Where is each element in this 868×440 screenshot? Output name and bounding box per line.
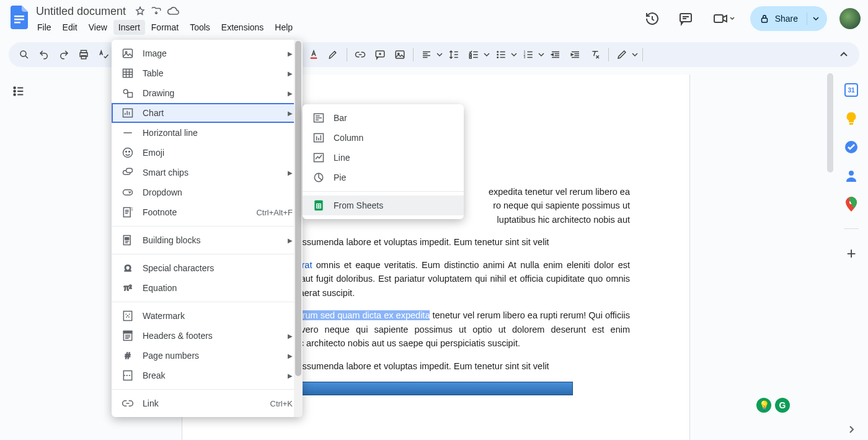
menu-scroll-thumb[interactable] [295, 41, 301, 376]
insert-item-emoji[interactable]: Emoji [112, 143, 303, 163]
svg-point-28 [14, 94, 16, 96]
bulleted-list-button[interactable] [492, 45, 510, 64]
indent-increase-button[interactable] [566, 45, 585, 64]
numbered-list-button[interactable]: 123 [519, 45, 538, 64]
menu-help[interactable]: Help [270, 20, 298, 35]
highlight-button[interactable] [324, 45, 343, 64]
star-icon[interactable] [135, 6, 146, 17]
svg-point-42 [126, 151, 127, 153]
scroll-thumb[interactable] [827, 73, 833, 173]
insert-item-equation[interactable]: π²Equation [112, 278, 303, 298]
chart-item-pie[interactable]: Pie [303, 168, 464, 187]
share-more-button[interactable] [807, 12, 825, 25]
keep-icon[interactable] [844, 112, 858, 125]
menu-extensions[interactable]: Extensions [216, 20, 268, 35]
drawing-icon [122, 87, 134, 99]
menu-file[interactable]: File [32, 20, 56, 35]
share-button[interactable]: Share [750, 6, 807, 31]
menu-item-label: Pie [334, 173, 346, 182]
editing-mode-dropdown[interactable] [631, 52, 639, 58]
grammarly-badge-1[interactable]: 💡 [756, 398, 771, 413]
chart-item-line[interactable]: Line [303, 148, 464, 168]
undo-button[interactable] [35, 45, 53, 64]
insert-item-break[interactable]: Break▶ [112, 366, 303, 385]
history-icon[interactable] [640, 6, 665, 31]
editing-mode-button[interactable] [613, 45, 631, 64]
insert-item-horizontal-line[interactable]: Horizontal line [112, 123, 303, 143]
numbered-list-dropdown[interactable] [538, 52, 545, 58]
insert-item-chart[interactable]: Chart▶ [112, 103, 303, 123]
svg-point-18 [497, 54, 498, 56]
insert-item-headers-footers[interactable]: Headers & footers▶ [112, 326, 303, 346]
svg-rect-3 [680, 14, 691, 22]
menu-view[interactable]: View [84, 20, 112, 35]
chart-item-bar[interactable]: Bar [303, 108, 464, 128]
comments-icon[interactable] [673, 6, 698, 31]
menu-scrollbar[interactable] [294, 40, 303, 417]
insert-item-table[interactable]: Table▶ [112, 63, 303, 83]
image-icon [122, 47, 134, 60]
insert-item-link[interactable]: LinkCtrl+K [112, 393, 303, 413]
insert-image-button[interactable] [391, 45, 409, 64]
insert-item-footnote[interactable]: 1FootnoteCtrl+Alt+F [112, 202, 303, 222]
svg-rect-1 [14, 19, 24, 20]
menu-format[interactable]: Format [146, 20, 184, 35]
redo-button[interactable] [55, 45, 73, 64]
show-outline-button[interactable] [12, 84, 25, 440]
search-tools-button[interactable] [15, 45, 33, 64]
svg-point-26 [14, 87, 16, 89]
insert-item-dropdown[interactable]: Dropdown [112, 182, 303, 202]
hash-icon: # [122, 349, 134, 362]
insert-item-special-characters[interactable]: ΩSpecial characters [112, 258, 303, 278]
indent-decrease-button[interactable] [546, 45, 565, 64]
clear-format-button[interactable] [586, 45, 604, 64]
svg-rect-16 [469, 56, 471, 58]
print-button[interactable] [74, 45, 93, 64]
menu-edit[interactable]: Edit [58, 20, 82, 35]
svg-point-33 [849, 171, 854, 176]
user-avatar[interactable] [839, 8, 861, 29]
collapse-toolbar-button[interactable] [835, 45, 853, 64]
docs-logo[interactable] [7, 5, 32, 30]
checklist-dropdown[interactable] [483, 52, 490, 58]
shortcut-label: Ctrl+K [270, 399, 293, 408]
text-color-button[interactable] [304, 45, 323, 64]
svg-rect-40 [123, 109, 133, 117]
align-button[interactable] [417, 45, 436, 64]
inline-image[interactable] [299, 382, 573, 395]
bulleted-list-dropdown[interactable] [510, 52, 518, 58]
insert-item-page-numbers[interactable]: #Page numbers▶ [112, 346, 303, 366]
menu-tools[interactable]: Tools [185, 20, 215, 35]
hide-side-panel-button[interactable] [844, 423, 858, 436]
menu-insert[interactable]: Insert [113, 20, 145, 35]
insert-item-image[interactable]: Image▶ [112, 43, 303, 63]
scrollbar[interactable] [826, 72, 835, 440]
insert-link-button[interactable] [351, 45, 370, 64]
move-icon[interactable] [151, 6, 162, 17]
insert-item-drawing[interactable]: Drawing▶ [112, 83, 303, 103]
line-spacing-button[interactable] [445, 45, 463, 64]
chart-item-column[interactable]: Column [303, 128, 464, 148]
chart-submenu: BarColumnLinePieFrom Sheets [303, 104, 464, 219]
add-comment-button[interactable] [371, 45, 389, 64]
cloud-saved-icon[interactable] [167, 6, 179, 17]
insert-item-building-blocks[interactable]: Building blocks▶ [112, 230, 303, 250]
insert-item-watermark[interactable]: Watermark [112, 306, 303, 326]
tasks-icon[interactable] [844, 140, 858, 154]
chart-item-from-sheets[interactable]: From Sheets [303, 195, 464, 215]
calendar-icon[interactable]: 31 [844, 83, 858, 97]
maps-icon[interactable] [844, 197, 858, 211]
align-dropdown[interactable] [436, 52, 443, 58]
meet-icon[interactable] [707, 6, 742, 31]
watermark-icon [122, 310, 134, 322]
spellcheck-button[interactable] [94, 45, 113, 64]
insert-item-smart-chips[interactable]: Smart chips▶ [112, 163, 303, 182]
pi-icon: π² [122, 282, 134, 294]
add-addons-icon[interactable]: + [844, 246, 858, 260]
svg-rect-39 [128, 92, 133, 97]
grammarly-badge-2[interactable]: G [775, 398, 790, 413]
checklist-button[interactable] [464, 45, 483, 64]
document-title[interactable]: Untitled document [32, 4, 130, 19]
contacts-icon[interactable] [844, 169, 858, 182]
menu-item-label: Horizontal line [143, 128, 198, 138]
